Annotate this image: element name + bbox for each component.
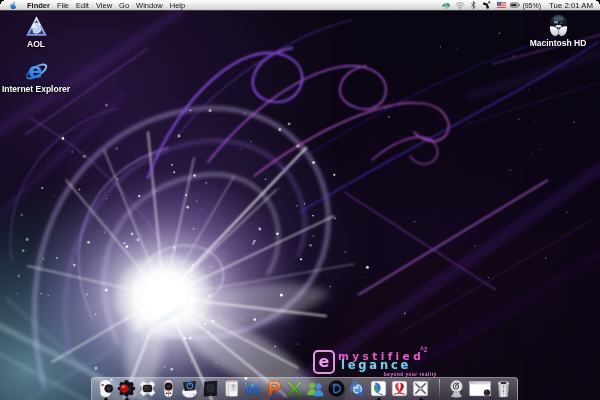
finder-window-icon (468, 379, 492, 398)
screen-corner-right (596, 0, 600, 4)
dock-item-white-robot-app[interactable] (95, 377, 116, 400)
dock-item-black-disc-d-app[interactable] (326, 377, 347, 400)
white-binder-app-icon (222, 379, 241, 398)
airport-wifi-icon (454, 1, 466, 10)
phone-handset-menu-item[interactable] (482, 0, 491, 10)
menu-item-edit[interactable]: Edit (73, 0, 93, 10)
dock-item-trash[interactable] (493, 377, 514, 400)
wallpaper (0, 0, 600, 400)
battery-percent: (95%) (522, 2, 541, 9)
desktop-icon-ie[interactable]: Internet Explorer (0, 58, 72, 94)
airport-wifi-menu-item[interactable] (454, 0, 466, 10)
desktop-icon-aol[interactable]: AOL (0, 15, 72, 49)
bluetooth-menu-item[interactable] (471, 0, 476, 10)
microsoft-word-icon (243, 379, 262, 398)
msn-messenger-icon (306, 379, 325, 398)
feather-editor-app-icon (369, 379, 388, 398)
menu-bar-status: (95%) Tue 2:01 AM (441, 0, 600, 10)
menu-item-go[interactable]: Go (116, 0, 133, 10)
phone-handset-icon (482, 0, 491, 10)
dock-item-white-x-screen-app[interactable] (137, 377, 158, 400)
trash-icon (494, 379, 513, 398)
plant-status-menu-item[interactable] (441, 0, 451, 10)
dock-item-white-binder-app[interactable] (221, 377, 242, 400)
menu-bar: Finder FileEditViewGoWindowHelp (95%) Tu… (0, 0, 600, 11)
microsoft-powerpoint-icon (264, 379, 283, 398)
us-flag-menu-item[interactable] (497, 0, 506, 10)
desktop-icon-label: AOL (27, 39, 45, 49)
power-flap-app-icon (180, 379, 199, 398)
menu-item-view[interactable]: View (92, 0, 115, 10)
bluetooth-icon (471, 0, 476, 10)
dock (91, 377, 518, 400)
sync-globe-app-icon (348, 379, 367, 398)
dock-item-power-flap-app[interactable] (179, 377, 200, 400)
mail-stamp-icon (447, 379, 466, 398)
dock-item-msn-messenger[interactable] (305, 377, 326, 400)
ie-icon (24, 58, 49, 83)
desktop-icon-machd[interactable]: Macintosh HD (522, 14, 594, 48)
dock-item-microsoft-word[interactable] (242, 377, 263, 400)
white-speaker-app-icon (159, 379, 178, 398)
microsoft-excel-icon (285, 379, 304, 398)
battery-menu-item[interactable]: (95%) (510, 0, 541, 10)
dock-separator (439, 379, 440, 400)
menu-bar-left: Finder FileEditViewGoWindowHelp (0, 0, 189, 10)
dock-item-microsoft-excel[interactable] (284, 377, 305, 400)
dock-item-adobe-reader[interactable] (389, 377, 410, 400)
dock-item-feather-editor-app[interactable] (368, 377, 389, 400)
dock-item-sync-globe-app[interactable] (347, 377, 368, 400)
black-frame-app-icon (201, 379, 220, 398)
machd-icon (547, 14, 570, 37)
menu-item-file[interactable]: File (53, 0, 72, 10)
screen-corner-left (0, 0, 4, 4)
desktop-icon-label: Macintosh HD (530, 38, 587, 48)
menu-item-window[interactable]: Window (133, 0, 167, 10)
white-x-screen-app-icon (138, 379, 157, 398)
dock-item-white-speaker-app[interactable] (158, 377, 179, 400)
menu-bar-clock[interactable]: Tue 2:01 AM (549, 1, 593, 10)
black-red-orb-app-icon (117, 379, 136, 398)
plant-status-icon (441, 1, 451, 10)
dock-item-black-frame-app[interactable] (200, 377, 221, 400)
adobe-reader-icon (390, 379, 409, 398)
menu-item-help[interactable]: Help (166, 0, 188, 10)
dock-item-black-red-orb-app[interactable] (116, 377, 137, 400)
dock-item-microsoft-powerpoint[interactable] (263, 377, 284, 400)
us-flag-icon (497, 2, 506, 8)
dock-item-mail-stamp[interactable] (446, 377, 467, 400)
battery-icon (510, 1, 520, 9)
dock-item-tools-utility-app[interactable] (410, 377, 431, 400)
apple-logo-icon (9, 1, 17, 10)
desktop-screen: e mystified ^2 legance beyond your reali… (0, 0, 600, 400)
white-robot-app-icon (96, 379, 115, 398)
tools-utility-app-icon (411, 379, 430, 398)
black-disc-d-app-icon (327, 379, 346, 398)
dock-item-finder-window[interactable] (467, 377, 493, 400)
aol-icon (25, 15, 48, 38)
app-menu-finder[interactable]: Finder (17, 0, 53, 10)
desktop-icon-label: Internet Explorer (2, 84, 70, 94)
